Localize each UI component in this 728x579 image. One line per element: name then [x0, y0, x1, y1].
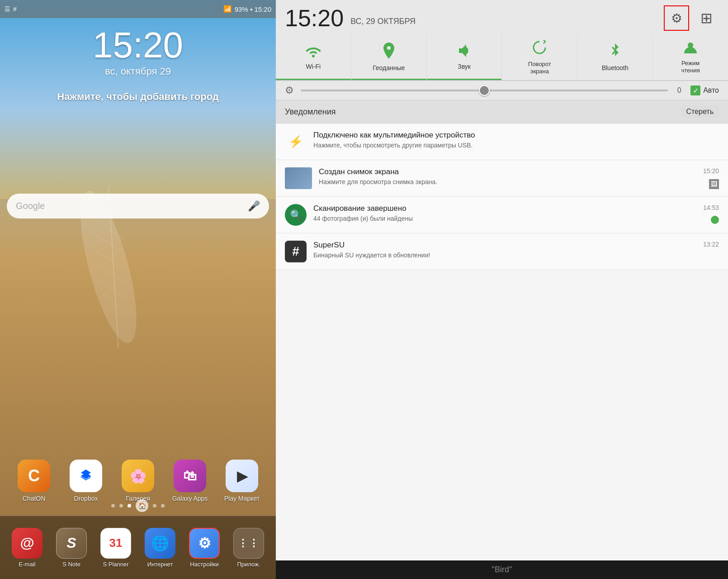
- usb-content: Подключено как мультимедийное устройство…: [313, 131, 719, 149]
- toggle-readmode[interactable]: Режимчтения: [653, 34, 728, 80]
- bottom-bar: "Bird": [276, 560, 728, 579]
- settings-label: Настройки: [190, 561, 219, 568]
- dock-settings[interactable]: ⚙ Настройки: [184, 528, 225, 568]
- toggle-geodata[interactable]: Геоданные: [351, 34, 427, 80]
- sound-label: Звук: [458, 63, 471, 71]
- battery-text: 93% ▪ 15:20: [235, 5, 271, 13]
- header-grid-button[interactable]: ⊞: [694, 5, 719, 31]
- wifi-icon: [305, 44, 321, 61]
- supersu-body: Бинарный SU нуждается в обновлении!: [313, 252, 685, 259]
- notif-date: ВС, 29 ОКТЯБРЯ: [350, 17, 416, 30]
- notification-supersu[interactable]: # SuperSU Бинарный SU нуждается в обновл…: [276, 233, 728, 270]
- wifi-status-icon: 📶: [223, 5, 232, 13]
- home-button[interactable]: 🏠: [136, 499, 148, 512]
- readmode-label: Режимчтения: [681, 60, 700, 74]
- app-dropbox[interactable]: Dropbox: [65, 460, 108, 502]
- playmarket-icon: ▶: [226, 460, 258, 492]
- screenshot-body: Нажмите для просмотра снимка экрана.: [319, 178, 685, 185]
- quick-toggles: Wi-Fi Геоданные Звук Поворотэкрана Bluet…: [276, 34, 728, 81]
- bluetooth-label: Bluetooth: [602, 64, 629, 72]
- auto-toggle[interactable]: ✓ Авто: [690, 85, 719, 95]
- auto-checkbox[interactable]: ✓: [690, 85, 700, 95]
- dock-email[interactable]: @ E-mail: [7, 528, 47, 568]
- scan-body: 44 фотография (и) были найдены: [313, 215, 685, 222]
- app-galaxyapps[interactable]: 🛍 Galaxy Apps: [169, 460, 212, 502]
- readmode-icon: [682, 41, 699, 57]
- app-chaton[interactable]: C ChatON: [13, 460, 56, 502]
- rotation-icon: [532, 40, 547, 58]
- notifications-title: Уведомления: [285, 107, 336, 117]
- apps-label: Прилож.: [237, 561, 260, 568]
- scan-icon: 🔍: [285, 204, 307, 226]
- chaton-icon: C: [18, 460, 50, 492]
- status-right: 📶 93% ▪ 15:20: [223, 5, 271, 13]
- brightness-row: ⚙ 0 ✓ Авто: [276, 81, 728, 100]
- dropbox-icon: [70, 460, 102, 492]
- left-status-bar: ☰ # 📶 93% ▪ 15:20: [0, 0, 276, 18]
- notification-header: 15:20 ВС, 29 ОКТЯБРЯ ⚙ ⊞: [276, 0, 728, 34]
- lock-time: 15:20: [93, 27, 183, 63]
- brightness-icon: ⚙: [285, 85, 294, 96]
- dot-2: [119, 504, 123, 508]
- app-gallery[interactable]: 🌸 Галерея: [117, 460, 160, 502]
- dot-3: [128, 504, 131, 508]
- clear-button[interactable]: Стереть: [681, 106, 719, 118]
- mic-icon[interactable]: 🎤: [248, 200, 260, 212]
- toggle-rotation[interactable]: Поворотэкрана: [502, 34, 577, 80]
- geodata-icon: [382, 43, 396, 62]
- toggle-wifi[interactable]: Wi-Fi: [276, 34, 351, 80]
- right-panel: 15:20 ВС, 29 ОКТЯБРЯ ⚙ ⊞ Wi-Fi Геоданные…: [276, 0, 728, 579]
- city-prompt[interactable]: Нажмите, чтобы добавить город: [57, 91, 219, 103]
- scan-title: Сканирование завершено: [313, 204, 685, 213]
- usb-title: Подключено как мультимедийное устройство: [313, 131, 719, 140]
- supersu-title: SuperSU: [313, 241, 685, 250]
- toggle-sound[interactable]: Звук: [427, 34, 502, 80]
- splanner-label: S Planner: [103, 561, 128, 568]
- notification-usb[interactable]: ⚡ Подключено как мультимедийное устройст…: [276, 123, 728, 160]
- notification-scan[interactable]: 🔍 Сканирование завершено 44 фотография (…: [276, 197, 728, 233]
- notif-time: 15:20: [285, 6, 344, 30]
- internet-label: Интернет: [147, 561, 173, 568]
- auto-label: Авто: [703, 86, 719, 95]
- hash-icon: #: [13, 5, 17, 13]
- dot-5: [161, 504, 165, 508]
- notifications-section: Уведомления Стереть ⚡ Подключено как мул…: [276, 100, 728, 560]
- screenshot-title: Создан снимок экрана: [319, 167, 685, 176]
- usb-body: Нажмите, чтобы просмотреть другие параме…: [313, 142, 719, 149]
- snote-icon: S: [56, 528, 87, 559]
- screenshot-badge: 🖼: [709, 179, 719, 189]
- snote-label: S Note: [62, 561, 80, 568]
- notifications-header: Уведомления Стереть: [276, 100, 728, 123]
- galaxyapps-icon: 🛍: [174, 460, 206, 492]
- feather-decoration: [45, 181, 172, 353]
- status-icons-left: ☰ #: [5, 5, 17, 13]
- email-label: E-mail: [19, 561, 36, 568]
- app-playmarket[interactable]: ▶ Play Маркет: [221, 460, 264, 502]
- apps-icon: ⋮⋮: [233, 528, 264, 559]
- dock-splanner[interactable]: 31 S Planner: [95, 528, 136, 568]
- screenshot-thumb: [285, 167, 312, 189]
- svg-text:🔍: 🔍: [290, 209, 303, 221]
- dot-4: [153, 504, 156, 508]
- gallery-icon: 🌸: [122, 460, 154, 492]
- splanner-icon: 31: [100, 528, 131, 559]
- scan-time: 14:53: [692, 204, 719, 211]
- supersu-content: SuperSU Бинарный SU нуждается в обновлен…: [313, 241, 685, 259]
- scan-badge: [711, 216, 719, 224]
- settings-icon: ⚙: [189, 528, 220, 559]
- bottom-dock: @ E-mail S S Note 31 S Planner 🌐 Интерне…: [0, 516, 276, 579]
- wifi-label: Wi-Fi: [306, 63, 321, 71]
- supersu-time: 13:22: [692, 241, 719, 248]
- dock-internet[interactable]: 🌐 Интернет: [140, 528, 180, 568]
- header-icons: ⚙ ⊞: [664, 5, 719, 31]
- email-icon: @: [12, 528, 43, 559]
- toggle-bluetooth[interactable]: Bluetooth: [577, 34, 653, 80]
- svg-point-0: [69, 186, 148, 348]
- dock-snote[interactable]: S S Note: [51, 528, 92, 568]
- usb-icon: ⚡: [285, 131, 307, 152]
- notification-screenshot[interactable]: Создан снимок экрана Нажмите для просмот…: [276, 160, 728, 197]
- sound-icon: [456, 44, 473, 61]
- dock-apps[interactable]: ⋮⋮ Прилож.: [228, 528, 269, 568]
- header-settings-button[interactable]: ⚙: [664, 5, 689, 31]
- brightness-slider[interactable]: [301, 90, 668, 91]
